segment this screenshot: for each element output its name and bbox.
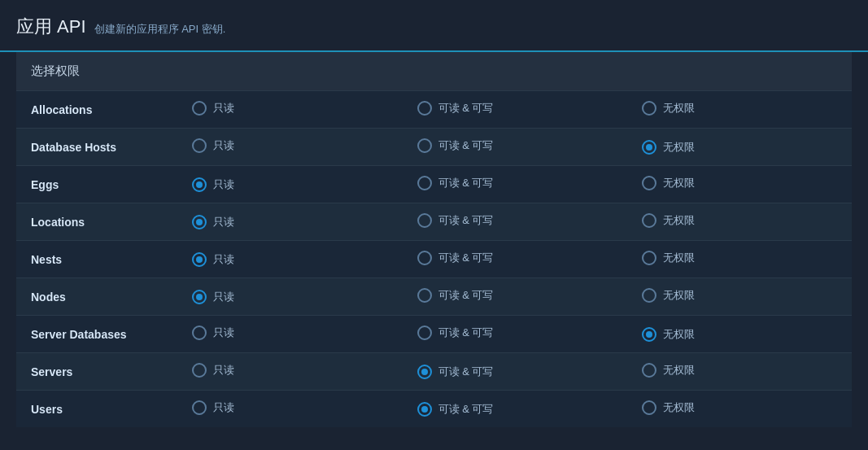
readwrite-cell[interactable]: 可读 & 可写 xyxy=(403,91,627,129)
readonly-cell[interactable]: 只读 xyxy=(177,391,402,428)
table-row: Server Databases只读可读 & 可写无权限 xyxy=(16,316,852,353)
radio-circle-readonly xyxy=(192,177,207,192)
radio-circle-readwrite xyxy=(417,402,432,417)
readonly-option[interactable]: 只读 xyxy=(192,252,234,267)
none-cell[interactable]: 无权限 xyxy=(627,391,852,428)
radio-circle-readonly xyxy=(192,400,207,415)
none-option[interactable]: 无权限 xyxy=(642,327,695,342)
none-cell[interactable]: 无权限 xyxy=(627,353,852,391)
none-label: 无权限 xyxy=(663,213,695,228)
permissions-table: Allocations只读可读 & 可写无权限Database Hosts只读可… xyxy=(16,91,852,427)
readwrite-option[interactable]: 可读 & 可写 xyxy=(417,288,494,303)
readwrite-cell[interactable]: 可读 & 可写 xyxy=(403,129,627,166)
readonly-label: 只读 xyxy=(213,252,234,267)
none-option[interactable]: 无权限 xyxy=(642,363,695,378)
readwrite-option[interactable]: 可读 & 可写 xyxy=(417,251,494,265)
readonly-cell[interactable]: 只读 xyxy=(177,278,402,316)
none-cell[interactable]: 无权限 xyxy=(627,91,852,129)
none-option[interactable]: 无权限 xyxy=(642,176,695,190)
none-option[interactable]: 无权限 xyxy=(642,400,695,415)
readonly-option[interactable]: 只读 xyxy=(192,138,234,153)
readwrite-option[interactable]: 可读 & 可写 xyxy=(417,213,494,228)
radio-circle-readwrite xyxy=(417,288,432,303)
readonly-option[interactable]: 只读 xyxy=(192,177,234,192)
readwrite-option[interactable]: 可读 & 可写 xyxy=(417,325,494,340)
radio-circle-readonly xyxy=(192,101,207,116)
none-label: 无权限 xyxy=(663,251,695,265)
table-row: Locations只读可读 & 可写无权限 xyxy=(16,203,852,241)
readwrite-cell[interactable]: 可读 & 可写 xyxy=(403,241,627,278)
none-cell[interactable]: 无权限 xyxy=(627,316,852,353)
none-label: 无权限 xyxy=(663,363,695,378)
page-title: 应用 API xyxy=(16,15,86,39)
radio-circle-none xyxy=(642,400,656,415)
readonly-label: 只读 xyxy=(213,177,234,192)
readonly-cell[interactable]: 只读 xyxy=(177,316,402,353)
readwrite-cell[interactable]: 可读 & 可写 xyxy=(403,353,627,391)
readwrite-label: 可读 & 可写 xyxy=(438,251,494,265)
none-cell[interactable]: 无权限 xyxy=(627,166,852,203)
permissions-header: 选择权限 xyxy=(16,52,852,91)
none-cell[interactable]: 无权限 xyxy=(627,203,852,241)
page-header: 应用 API 创建新的应用程序 API 密钥. xyxy=(0,0,868,52)
radio-circle-none xyxy=(642,288,656,303)
none-cell[interactable]: 无权限 xyxy=(627,129,852,166)
radio-circle-none xyxy=(642,140,656,155)
readonly-cell[interactable]: 只读 xyxy=(177,203,402,241)
readwrite-cell[interactable]: 可读 & 可写 xyxy=(403,391,627,428)
readonly-option[interactable]: 只读 xyxy=(192,400,234,415)
table-row: Database Hosts只读可读 & 可写无权限 xyxy=(16,129,852,166)
readonly-option[interactable]: 只读 xyxy=(192,290,234,304)
readwrite-option[interactable]: 可读 & 可写 xyxy=(417,101,494,116)
table-row: Allocations只读可读 & 可写无权限 xyxy=(16,91,852,129)
readonly-label: 只读 xyxy=(213,363,234,378)
none-option[interactable]: 无权限 xyxy=(642,251,695,265)
radio-circle-readonly xyxy=(192,290,207,304)
readwrite-option[interactable]: 可读 & 可写 xyxy=(417,402,494,417)
row-label: Server Databases xyxy=(16,316,177,353)
radio-circle-none xyxy=(642,363,656,378)
readwrite-cell[interactable]: 可读 & 可写 xyxy=(403,166,627,203)
radio-circle-none xyxy=(642,101,656,116)
none-option[interactable]: 无权限 xyxy=(642,288,695,303)
readwrite-cell[interactable]: 可读 & 可写 xyxy=(403,203,627,241)
radio-circle-readwrite xyxy=(417,213,432,228)
row-label: Eggs xyxy=(16,166,177,203)
row-label: Locations xyxy=(16,203,177,241)
readonly-cell[interactable]: 只读 xyxy=(177,353,402,391)
readwrite-option[interactable]: 可读 & 可写 xyxy=(417,365,494,379)
radio-circle-readonly xyxy=(192,325,207,340)
radio-circle-readwrite xyxy=(417,325,432,340)
row-label: Allocations xyxy=(16,91,177,129)
none-label: 无权限 xyxy=(663,176,695,190)
permissions-container: 选择权限 Allocations只读可读 & 可写无权限Database Hos… xyxy=(16,52,852,427)
none-option[interactable]: 无权限 xyxy=(642,140,695,155)
readwrite-cell[interactable]: 可读 & 可写 xyxy=(403,316,627,353)
row-label: Database Hosts xyxy=(16,129,177,166)
radio-circle-readwrite xyxy=(417,251,432,265)
readwrite-label: 可读 & 可写 xyxy=(438,138,494,153)
table-row: Eggs只读可读 & 可写无权限 xyxy=(16,166,852,203)
readonly-option[interactable]: 只读 xyxy=(192,363,234,378)
none-label: 无权限 xyxy=(663,327,695,342)
readonly-option[interactable]: 只读 xyxy=(192,325,234,340)
row-label: Nests xyxy=(16,241,177,278)
readonly-cell[interactable]: 只读 xyxy=(177,166,402,203)
readwrite-option[interactable]: 可读 & 可写 xyxy=(417,176,494,190)
readwrite-cell[interactable]: 可读 & 可写 xyxy=(403,278,627,316)
readonly-option[interactable]: 只读 xyxy=(192,215,234,229)
readwrite-label: 可读 & 可写 xyxy=(438,176,494,190)
readonly-cell[interactable]: 只读 xyxy=(177,241,402,278)
readwrite-option[interactable]: 可读 & 可写 xyxy=(417,138,494,153)
readwrite-label: 可读 & 可写 xyxy=(438,101,494,116)
none-option[interactable]: 无权限 xyxy=(642,213,695,228)
none-option[interactable]: 无权限 xyxy=(642,101,695,116)
readonly-option[interactable]: 只读 xyxy=(192,101,234,116)
readonly-cell[interactable]: 只读 xyxy=(177,91,402,129)
radio-circle-none xyxy=(642,213,656,228)
none-cell[interactable]: 无权限 xyxy=(627,278,852,316)
none-cell[interactable]: 无权限 xyxy=(627,241,852,278)
table-row: Users只读可读 & 可写无权限 xyxy=(16,391,852,428)
radio-circle-readwrite xyxy=(417,101,432,116)
readonly-cell[interactable]: 只读 xyxy=(177,129,402,166)
